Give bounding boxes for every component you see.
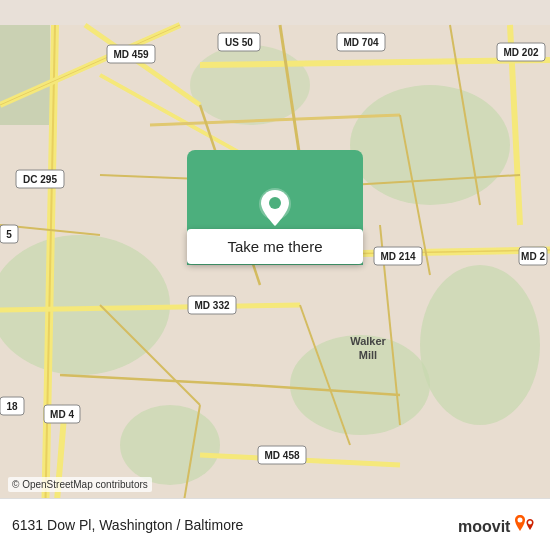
svg-text:US 50: US 50 xyxy=(225,37,253,48)
map-background: MD 459 US 50 MD 704 MD 202 DC 295 MD 214… xyxy=(0,0,550,550)
address-label: 6131 Dow Pl, Washington / Baltimore xyxy=(12,517,243,533)
svg-text:MD 4: MD 4 xyxy=(50,409,74,420)
svg-point-3 xyxy=(420,265,540,425)
svg-text:MD 2: MD 2 xyxy=(521,251,545,262)
svg-text:MD 459: MD 459 xyxy=(113,49,148,60)
svg-text:Mill: Mill xyxy=(359,349,377,361)
svg-text:5: 5 xyxy=(6,229,12,240)
svg-rect-6 xyxy=(0,25,50,125)
svg-point-2 xyxy=(350,85,510,205)
svg-text:MD 458: MD 458 xyxy=(264,450,299,461)
moovit-logo: moovit xyxy=(458,511,538,539)
osm-attribution: © OpenStreetMap contributors xyxy=(8,477,152,492)
moovit-logo-icon: moovit xyxy=(458,511,538,539)
svg-text:MD 704: MD 704 xyxy=(343,37,378,48)
svg-text:DC 295: DC 295 xyxy=(23,174,57,185)
bottom-bar: 6131 Dow Pl, Washington / Baltimore moov… xyxy=(0,498,550,550)
location-pin-icon xyxy=(251,184,299,232)
svg-text:MD 332: MD 332 xyxy=(194,300,229,311)
take-me-there-button[interactable]: Take me there xyxy=(187,229,363,264)
svg-text:moovit: moovit xyxy=(458,518,511,535)
svg-text:MD 214: MD 214 xyxy=(380,251,415,262)
svg-text:18: 18 xyxy=(6,401,18,412)
svg-point-5 xyxy=(120,405,220,485)
svg-text:Walker: Walker xyxy=(350,335,386,347)
map-container: MD 459 US 50 MD 704 MD 202 DC 295 MD 214… xyxy=(0,0,550,550)
svg-point-38 xyxy=(528,520,532,524)
svg-point-37 xyxy=(518,517,523,522)
svg-point-36 xyxy=(269,197,281,209)
svg-text:MD 202: MD 202 xyxy=(503,47,538,58)
